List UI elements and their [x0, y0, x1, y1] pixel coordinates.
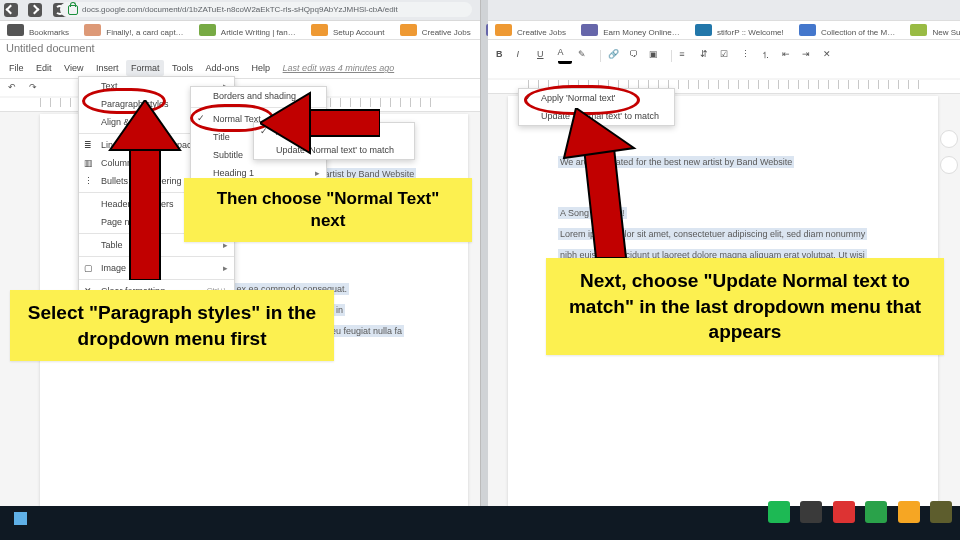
- comment-icon[interactable]: 🗨: [629, 49, 643, 63]
- menu-item-image[interactable]: ▢Image▸: [79, 259, 234, 277]
- bookmarks-bar: Bookmarks Finally!, a card capt… Article…: [0, 21, 480, 40]
- menu-help[interactable]: Help: [247, 60, 276, 76]
- submenu-item-apply-normal[interactable]: Apply 'Normal text': [254, 123, 414, 141]
- submenu-item-apply-normal[interactable]: Apply 'Normal text': [519, 89, 674, 107]
- lock-icon: [68, 5, 78, 15]
- system-tray: [754, 496, 960, 540]
- bold-icon[interactable]: B: [496, 49, 510, 63]
- link-icon[interactable]: 🔗: [608, 49, 622, 63]
- menu-file[interactable]: File: [4, 60, 29, 76]
- tray-icon[interactable]: [800, 501, 822, 523]
- browser-chrome: docs.google.com/document/d/1bZATuEt-n8co…: [0, 0, 480, 21]
- tray-icon[interactable]: [898, 501, 920, 523]
- taskbar: [0, 506, 960, 540]
- menu-tools[interactable]: Tools: [167, 60, 198, 76]
- italic-icon[interactable]: I: [517, 49, 531, 63]
- keep-icon[interactable]: [940, 156, 958, 174]
- underline-icon[interactable]: U: [537, 49, 551, 63]
- menu-insert[interactable]: Insert: [91, 60, 124, 76]
- bookmark-item[interactable]: Creative Jobs: [492, 21, 576, 37]
- bookmark-item[interactable]: Setup Account: [308, 21, 395, 37]
- normal-text-submenu: Apply 'Normal text' Update 'Normal text'…: [253, 122, 415, 160]
- side-panel-buttons: [940, 130, 958, 182]
- tray-icon[interactable]: [833, 501, 855, 523]
- undo-icon[interactable]: ↶: [8, 82, 22, 96]
- submenu-item-update-normal[interactable]: Update 'Normal text' to match: [519, 107, 674, 125]
- checklist-icon[interactable]: ☑: [720, 49, 734, 63]
- menu-format[interactable]: Format: [126, 60, 165, 76]
- tray-icon[interactable]: [930, 501, 952, 523]
- callout-paragraph-styles: Select "Paragraph styles" in the dropdow…: [10, 290, 334, 361]
- image-insert-icon[interactable]: ▣: [649, 49, 663, 63]
- callout-update-normal: Next, choose "Update Normal text to matc…: [546, 258, 944, 355]
- bookmark-item[interactable]: New Subscriber | Al…: [907, 21, 960, 37]
- windows-start-icon[interactable]: [8, 506, 38, 536]
- indent-icon[interactable]: ⇥: [802, 49, 816, 63]
- bullets-icon: ⋮: [84, 176, 95, 187]
- normal-text-submenu: Apply 'Normal text' Update 'Normal text'…: [518, 88, 675, 126]
- menu-edit[interactable]: Edit: [31, 60, 57, 76]
- bookmark-item[interactable]: stiforP :: Welcome!: [692, 21, 794, 37]
- line-spacing-icon[interactable]: ⇵: [700, 49, 714, 63]
- text-color-icon[interactable]: A: [558, 47, 572, 64]
- bookmarks-bar: Creative Jobs Earn Money Online… stiforP…: [488, 21, 960, 40]
- last-edit-hint[interactable]: Last edit was 4 minutes ago: [278, 60, 400, 76]
- menu-bar: File Edit View Insert Format Tools Add-o…: [0, 60, 480, 79]
- menu-view[interactable]: View: [59, 60, 88, 76]
- bookmark-item[interactable]: Creative Jobs: [397, 21, 481, 37]
- screenshot-left: docs.google.com/document/d/1bZATuEt-n8co…: [0, 0, 481, 506]
- submenu-item-borders-shading[interactable]: Borders and shading: [191, 87, 326, 105]
- bookmark-item[interactable]: Article Writing | fan…: [196, 21, 306, 37]
- tray-icon[interactable]: [865, 501, 887, 523]
- back-icon[interactable]: [4, 3, 18, 17]
- image-icon: ▢: [84, 263, 95, 274]
- callout-normal-text: Then choose "Normal Text" next: [184, 178, 472, 242]
- bookmark-item[interactable]: Finally!, a card capt…: [81, 21, 193, 37]
- columns-icon: ▥: [84, 158, 95, 169]
- screenshot-right: Creative Jobs Earn Money Online… stiforP…: [488, 0, 960, 506]
- bullet-list-icon[interactable]: ⋮: [741, 49, 755, 63]
- print-icon[interactable]: [49, 82, 63, 96]
- outdent-icon[interactable]: ⇤: [782, 49, 796, 63]
- doc-text: We are nominated for the best new artist…: [558, 156, 794, 168]
- redo-icon[interactable]: ↷: [29, 82, 43, 96]
- bookmark-item[interactable]: Earn Money Online…: [578, 21, 689, 37]
- line-spacing-icon: ≣: [84, 140, 95, 151]
- submenu-item-update-normal[interactable]: Update 'Normal text' to match: [254, 141, 414, 159]
- menu-addons[interactable]: Add-ons: [201, 60, 245, 76]
- calendar-icon[interactable]: [940, 130, 958, 148]
- document-title[interactable]: Untitled document: [0, 40, 480, 60]
- url-bar[interactable]: docs.google.com/document/d/1bZATuEt-n8co…: [60, 2, 472, 17]
- number-list-icon[interactable]: ⒈: [761, 49, 775, 63]
- clear-format-icon[interactable]: ✕: [823, 49, 837, 63]
- highlight-icon[interactable]: ✎: [578, 49, 592, 63]
- doc-text: A Song For you!: [558, 207, 627, 219]
- forward-icon[interactable]: [28, 3, 42, 17]
- align-left-icon[interactable]: ≡: [679, 49, 693, 63]
- url-text: docs.google.com/document/d/1bZATuEt-n8co…: [82, 5, 398, 14]
- spotify-icon[interactable]: [768, 501, 790, 523]
- bookmark-item[interactable]: Bookmarks: [4, 21, 79, 37]
- doc-text: Lorem ipsum dolor sit amet, consectetuer…: [558, 228, 867, 240]
- bookmark-item[interactable]: Collection of the M…: [796, 21, 905, 37]
